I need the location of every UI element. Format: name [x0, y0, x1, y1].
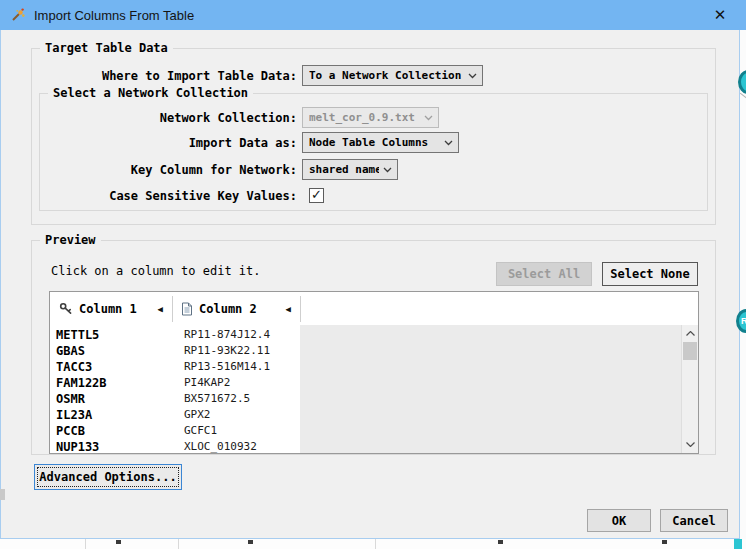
group-collection-title: Select a Network Collection [48, 85, 253, 101]
background-app-strip [740, 30, 746, 539]
background-table-divider [375, 539, 376, 549]
network-collection-value: melt_cor_0.9.txt [309, 111, 420, 124]
where-to-import-select[interactable]: To a Network Collection [302, 65, 483, 86]
scroll-up-icon[interactable] [682, 326, 698, 341]
cell-column1: FAM122B [56, 375, 107, 391]
column-header-label: Column 2 [199, 302, 257, 316]
cell-column2: BX571672.5 [184, 391, 250, 407]
column-header-1[interactable]: Column 1 ◀ [50, 292, 172, 325]
table-row[interactable]: PCCB GCFC1 [50, 423, 678, 439]
import-data-as-label: Import Data as: [35, 133, 297, 153]
cell-column1: IL23A [56, 407, 92, 423]
cell-column1: METTL5 [56, 327, 99, 343]
preview-table-header: Column 1 ◀ Column 2 ◀ [50, 292, 698, 325]
table-row[interactable]: METTL5 RP11-874J12.4 [50, 327, 678, 343]
background-table-divider [178, 539, 179, 549]
network-collection-label: Network Collection: [35, 108, 297, 128]
key-column-value: shared name [309, 163, 379, 176]
cell-column2: GPX2 [184, 407, 211, 423]
cell-column2: PI4KAP2 [184, 375, 230, 391]
table-row[interactable]: NUP133 XLOC_010932 [50, 439, 678, 454]
chevron-down-icon [468, 73, 477, 79]
header-divider [300, 296, 301, 322]
cell-column1: PCCB [56, 423, 85, 439]
cell-column2: RP11-93K22.11 [184, 343, 270, 359]
column-header-2[interactable]: Column 2 ◀ [172, 292, 300, 325]
group-target-title: Target Table Data [40, 40, 173, 56]
table-row[interactable]: IL23A GPX2 [50, 407, 678, 423]
checkmark-icon: ✓ [311, 188, 322, 201]
background-table-mark [662, 540, 667, 544]
cancel-button[interactable]: Cancel [660, 509, 728, 532]
table-row[interactable]: TACC3 RP13-516M14.1 [50, 359, 678, 375]
dialog-title: Import Columns From Table [34, 8, 194, 23]
scrollbar-thumb[interactable] [683, 342, 697, 360]
background-table-strip [0, 539, 746, 549]
network-collection-select: melt_cor_0.9.txt [302, 107, 439, 128]
preview-hint: Click on a column to edit it. [51, 264, 261, 278]
import-dialog-body: Target Table Data Where to Import Table … [0, 30, 740, 539]
cell-column2: XLOC_010932 [184, 439, 257, 454]
cell-column2: RP11-874J12.4 [184, 327, 270, 343]
cell-column1: NUP133 [56, 439, 99, 454]
where-to-import-value: To a Network Collection [309, 69, 464, 82]
import-table-icon [10, 7, 26, 23]
close-button[interactable]: ✕ [700, 0, 740, 30]
case-sensitive-checkbox[interactable]: ✓ [309, 188, 324, 203]
case-sensitive-label: Case Sensitive Key Values: [35, 186, 297, 206]
background-table-mark [498, 540, 503, 544]
sort-arrow-icon[interactable]: ◀ [286, 304, 291, 314]
background-edge-mark [0, 489, 5, 500]
chevron-down-icon [383, 167, 392, 173]
preview-table: Column 1 ◀ Column 2 ◀ METTL5 RP11 [49, 291, 699, 454]
background-table-divider [85, 539, 86, 549]
network-node-label: R [741, 316, 746, 326]
column-header-label: Column 1 [79, 302, 137, 316]
dialog-titlebar[interactable]: Import Columns From Table ✕ [0, 0, 746, 30]
cell-column1: TACC3 [56, 359, 92, 375]
table-row[interactable]: FAM122B PI4KAP2 [50, 375, 678, 391]
chevron-down-icon [424, 115, 433, 121]
document-icon [181, 302, 193, 316]
chevron-down-icon [444, 140, 453, 146]
import-data-as-value: Node Table Columns [309, 136, 440, 149]
table-row[interactable]: OSMR BX571672.5 [50, 391, 678, 407]
select-all-button: Select All [496, 262, 592, 286]
vertical-scrollbar[interactable] [681, 325, 698, 453]
scroll-down-icon[interactable] [682, 437, 698, 452]
cell-column1: GBAS [56, 343, 85, 359]
background-table-mark [116, 540, 121, 544]
import-data-as-select[interactable]: Node Table Columns [302, 132, 459, 153]
select-none-button[interactable]: Select None [602, 262, 698, 286]
key-column-label: Key Column for Network: [35, 160, 297, 180]
background-node-fragment [734, 539, 742, 549]
key-icon [59, 302, 73, 316]
cell-column2: GCFC1 [184, 423, 217, 439]
advanced-options-button[interactable]: Advanced Options... [34, 464, 182, 490]
sort-arrow-icon[interactable]: ◀ [158, 304, 163, 314]
group-preview-title: Preview [40, 232, 101, 248]
ok-button[interactable]: OK [587, 509, 651, 532]
where-to-import-label: Where to Import Table Data: [35, 66, 297, 86]
cell-column2: RP13-516M14.1 [184, 359, 270, 375]
table-row[interactable]: GBAS RP11-93K22.11 [50, 343, 678, 359]
key-column-select[interactable]: shared name [302, 159, 398, 180]
cell-column1: OSMR [56, 391, 85, 407]
background-table-mark [248, 540, 253, 544]
